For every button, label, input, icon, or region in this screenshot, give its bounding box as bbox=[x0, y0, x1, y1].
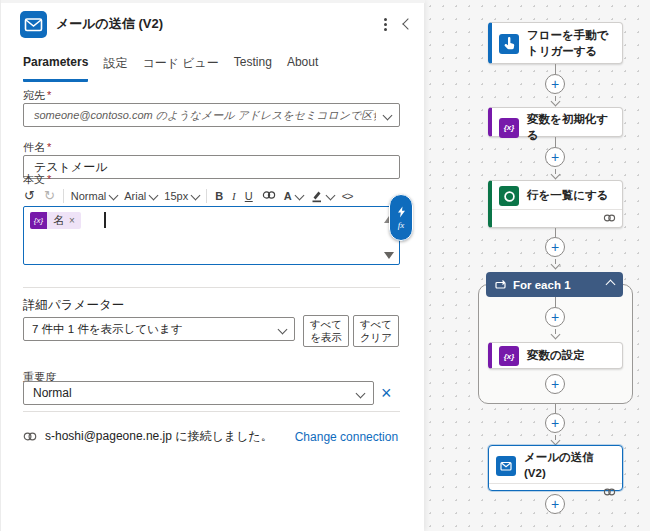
to-label: 宛先* bbox=[23, 88, 51, 103]
connection-reference-icon bbox=[603, 487, 616, 497]
node-label: メールの送信 (V2) bbox=[524, 450, 615, 481]
node-label: フローを手動でトリガーする bbox=[527, 28, 615, 59]
node-list-rows[interactable]: 行を一覧にする bbox=[488, 180, 623, 228]
section-divider bbox=[23, 287, 400, 288]
code-view-button[interactable]: <> bbox=[341, 190, 354, 202]
chevron-down-icon bbox=[278, 324, 288, 334]
link-icon[interactable] bbox=[261, 190, 277, 202]
change-connection-link[interactable]: Change connection bbox=[295, 430, 398, 444]
to-combobox[interactable] bbox=[23, 103, 400, 127]
token-remove-icon[interactable]: × bbox=[69, 215, 75, 226]
paragraph-style-dropdown[interactable]: Normal bbox=[71, 190, 117, 202]
underline-button[interactable]: U bbox=[244, 190, 254, 202]
collapse-panel-icon[interactable] bbox=[402, 18, 413, 29]
insert-step-button[interactable]: + bbox=[545, 413, 565, 433]
redo-icon[interactable]: ↻ bbox=[43, 188, 56, 203]
connector-line bbox=[555, 404, 556, 413]
undo-icon[interactable]: ↺ bbox=[23, 188, 36, 203]
connector-arrowhead bbox=[551, 260, 561, 270]
insert-step-button[interactable]: + bbox=[545, 494, 565, 514]
toolbar-separator bbox=[206, 189, 207, 203]
variable-token-icon: {x} bbox=[30, 212, 47, 229]
bold-button[interactable]: B bbox=[214, 190, 224, 202]
dataverse-icon bbox=[499, 186, 519, 206]
importance-dropdown[interactable]: Normal bbox=[23, 381, 374, 405]
connector-line bbox=[555, 64, 556, 74]
chevron-down-icon bbox=[149, 191, 159, 201]
connector-line bbox=[555, 137, 556, 147]
connection-status: s-hoshi@pageone.ne.jp に接続しました。 bbox=[45, 428, 273, 445]
highlight-dropdown[interactable] bbox=[310, 189, 334, 203]
insert-step-button[interactable]: + bbox=[545, 74, 565, 94]
more-options-icon[interactable] bbox=[381, 15, 390, 34]
panel-top-strip bbox=[1, 0, 425, 3]
body-editor[interactable]: {x} 名 × bbox=[23, 206, 400, 265]
connector-line bbox=[555, 228, 556, 237]
node-label: For each 1 bbox=[513, 279, 571, 291]
required-asterisk: * bbox=[47, 89, 51, 101]
chevron-down-icon bbox=[109, 191, 119, 201]
font-family-dropdown[interactable]: Arial bbox=[124, 190, 157, 202]
chevron-down-icon bbox=[191, 191, 201, 201]
advanced-parameters-dropdown[interactable]: 7 件中 1 件を表示しています bbox=[23, 317, 295, 341]
tab-about[interactable]: About bbox=[287, 55, 318, 82]
chevron-down-icon bbox=[325, 191, 335, 201]
clear-all-button[interactable]: すべてクリア bbox=[353, 315, 399, 347]
chevron-down-icon bbox=[356, 388, 366, 398]
outlook-send-email-icon bbox=[496, 456, 516, 476]
subject-field[interactable] bbox=[23, 155, 400, 179]
italic-button[interactable]: I bbox=[231, 190, 237, 202]
tab-parameters[interactable]: Parameters bbox=[23, 55, 88, 82]
connection-row: s-hoshi@pageone.ne.jp に接続しました。 Change co… bbox=[23, 428, 398, 445]
scroll-down-icon[interactable] bbox=[384, 252, 394, 259]
richtext-toolbar: ↺ ↻ Normal Arial 15px B I U A bbox=[23, 185, 400, 206]
node-set-variable[interactable]: {x} 変数の設定 bbox=[488, 342, 623, 369]
advanced-parameters-label: 詳細パラメーター bbox=[23, 297, 124, 314]
node-for-each-header[interactable]: For each 1 bbox=[486, 272, 623, 297]
tab-settings[interactable]: 設定 bbox=[103, 55, 127, 82]
outlook-send-email-icon bbox=[20, 11, 47, 38]
token-name: 名 bbox=[53, 213, 64, 228]
flow-canvas[interactable]: フローを手動でトリガーする + {x} 変数を初期化する + 行を一覧にする bbox=[424, 0, 650, 531]
manual-trigger-icon bbox=[499, 34, 519, 54]
node-send-email[interactable]: メールの送信 (V2) bbox=[488, 445, 623, 491]
text-cursor bbox=[104, 212, 106, 228]
variable-icon: {x} bbox=[499, 346, 519, 366]
section-divider bbox=[23, 411, 400, 412]
insert-step-button[interactable]: + bbox=[545, 147, 565, 167]
panel-title: メールの送信 (V2) bbox=[56, 15, 163, 33]
connection-reference-icon bbox=[603, 213, 616, 223]
panel-header: メールの送信 (V2) bbox=[20, 10, 412, 38]
insert-step-button[interactable]: + bbox=[545, 237, 565, 257]
insert-step-button[interactable]: + bbox=[545, 374, 565, 394]
font-color-dropdown[interactable]: A bbox=[284, 190, 303, 202]
node-label: 変数を初期化する bbox=[527, 112, 615, 143]
connector-arrowhead bbox=[551, 170, 561, 180]
node-label: 行を一覧にする bbox=[527, 188, 609, 204]
to-input[interactable] bbox=[32, 108, 378, 122]
chevron-down-icon[interactable] bbox=[383, 110, 393, 120]
dynamic-content-token[interactable]: {x} 名 × bbox=[30, 212, 81, 229]
fx-expression-icon: fx bbox=[398, 221, 405, 230]
insert-step-button[interactable]: + bbox=[545, 307, 565, 327]
node-initialize-variable[interactable]: {x} 変数を初期化する bbox=[488, 107, 623, 137]
subject-label: 件名* bbox=[23, 140, 51, 155]
importance-clear-icon[interactable]: × bbox=[381, 381, 392, 405]
tab-code-view[interactable]: コード ビュー bbox=[142, 55, 218, 82]
show-all-button[interactable]: すべてを表示 bbox=[303, 315, 349, 347]
power-automate-designer: メールの送信 (V2) Parameters 設定 コード ビュー Testin… bbox=[0, 0, 650, 531]
node-footer bbox=[492, 209, 622, 226]
node-manual-trigger[interactable]: フローを手動でトリガーする bbox=[488, 22, 623, 64]
collapse-scope-icon[interactable] bbox=[606, 280, 616, 290]
connection-icon bbox=[23, 431, 37, 442]
variable-icon: {x} bbox=[499, 118, 519, 138]
required-asterisk: * bbox=[47, 141, 51, 153]
tab-bar: Parameters 設定 コード ビュー Testing About bbox=[23, 55, 318, 82]
subject-input[interactable] bbox=[32, 159, 391, 175]
connector-arrowhead bbox=[551, 436, 561, 446]
font-size-dropdown[interactable]: 15px bbox=[164, 190, 199, 202]
dynamic-content-fx-pill[interactable]: fx bbox=[389, 194, 413, 241]
tab-testing[interactable]: Testing bbox=[234, 55, 272, 82]
lightning-icon bbox=[397, 206, 406, 218]
action-details-panel: メールの送信 (V2) Parameters 設定 コード ビュー Testin… bbox=[0, 0, 424, 531]
